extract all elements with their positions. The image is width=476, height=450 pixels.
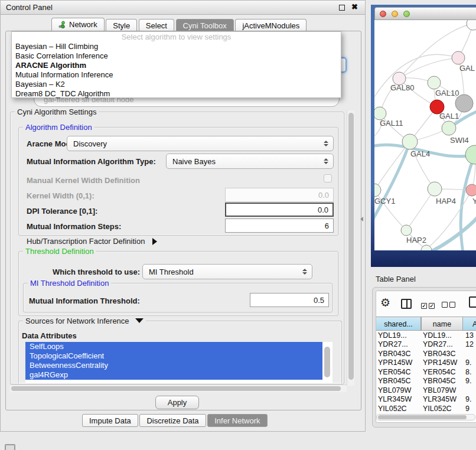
- table-panel-title: Table Panel: [376, 275, 416, 283]
- hub-definition-expander[interactable]: Hub/Transcription Factor Definition: [27, 237, 157, 246]
- table-row[interactable]: YPR145WYPR145W9.: [376, 358, 476, 368]
- control-panel-tabs: Network Style Select Cyni Toolbox jActiv…: [51, 18, 306, 32]
- table-row[interactable]: YBL079WYBL079W: [376, 386, 476, 396]
- table-cell: YDL19...: [423, 331, 463, 341]
- tab-network[interactable]: Network: [51, 18, 105, 31]
- node-swi4[interactable]: [465, 145, 476, 164]
- table-row[interactable]: YBR043CYBR043C: [376, 350, 476, 359]
- dropdown-item[interactable]: Basic Correlation Inference: [12, 51, 341, 61]
- table-row[interactable]: YBR045CYBR045C9.: [376, 377, 476, 386]
- float-window-icon[interactable]: [339, 5, 345, 11]
- dpi-tolerance-label: DPI Tolerance [0,1]:: [27, 207, 97, 216]
- splitter-collapse-icon[interactable]: [360, 217, 363, 221]
- which-threshold-combobox[interactable]: MI Threshold: [142, 264, 312, 279]
- tab-impute-data[interactable]: Impute Data: [82, 414, 138, 427]
- table-cell: YPR145W: [378, 358, 419, 368]
- dropdown-item[interactable]: Dream8 DC_TDC Algorithm: [12, 89, 341, 99]
- sources-group-title[interactable]: Sources for Network Inference: [23, 317, 146, 325]
- node-gal10[interactable]: [428, 76, 441, 89]
- list-item[interactable]: gal4RGexp: [25, 370, 322, 380]
- network-graph: GAL GAL80 GAL10 GAL1 GAL11 SWI4 GAL4 GCY…: [374, 20, 476, 250]
- gear-icon[interactable]: ⚙: [380, 296, 390, 309]
- zoom-traffic-light[interactable]: [403, 11, 410, 17]
- minimized-panel-icon[interactable]: [5, 444, 15, 450]
- node-gal4[interactable]: [402, 134, 418, 149]
- dropdown-item-highlighted[interactable]: ARACNE Algorithm: [12, 61, 341, 70]
- dropdown-item[interactable]: Bayesian – K2: [12, 80, 341, 89]
- data-attributes-list[interactable]: SelfLoops TopologicalCoefficient Between…: [25, 342, 332, 383]
- table-cell: YIL052C: [423, 405, 463, 414]
- table-cell: YBL079W: [378, 386, 419, 396]
- dpi-tolerance-field[interactable]: 0.0: [225, 203, 334, 217]
- mi-algorithm-type-label: Mutual Information Algorithm Type:: [27, 157, 156, 166]
- mi-threshold-value: 0.5: [314, 296, 324, 305]
- node-pink[interactable]: [466, 184, 476, 196]
- node-hap2[interactable]: [401, 225, 412, 236]
- node-gcy1[interactable]: [374, 184, 381, 197]
- table-cell: YBR045C: [378, 377, 419, 386]
- kernel-width-field[interactable]: 0.0: [225, 188, 334, 202]
- settings-vertical-scrollbar[interactable]: [347, 110, 354, 386]
- application-root: Control Panel ✖ Network Style Select Cyn…: [0, 0, 476, 450]
- network-window-titlebar[interactable]: [374, 7, 476, 20]
- tab-jactivemnodules[interactable]: jActiveMNodules: [235, 19, 307, 32]
- cyni-bottom-tabs: Impute Data Discretize Data Infer Networ…: [82, 414, 267, 427]
- manual-kernel-width-checkbox[interactable]: [324, 174, 332, 182]
- node-hap4[interactable]: [428, 182, 442, 196]
- dropdown-item[interactable]: Mutual Information Inference: [12, 70, 341, 80]
- table-row[interactable]: YER054CYER054C8.: [376, 368, 476, 377]
- column-header-shared[interactable]: shared...: [376, 317, 421, 331]
- column-header-partial[interactable]: A: [463, 317, 476, 331]
- scrollbar-thumb[interactable]: [378, 415, 467, 419]
- tab-select[interactable]: Select: [139, 19, 174, 32]
- minimize-traffic-light[interactable]: [392, 11, 398, 17]
- scrollbar-thumb[interactable]: [348, 113, 354, 380]
- tab-style[interactable]: Style: [106, 19, 137, 32]
- list-item[interactable]: TopologicalCoefficient: [25, 351, 322, 361]
- mi-steps-field[interactable]: 6: [225, 219, 334, 233]
- table-cell: YER054C: [378, 368, 419, 377]
- mi-steps-label: Mutual Information Steps:: [27, 222, 121, 231]
- table-row[interactable]: YIL052CYIL052C9: [376, 405, 476, 414]
- list-item[interactable]: SelfLoops: [25, 342, 322, 351]
- aracne-mode-combobox[interactable]: Discovery: [67, 136, 334, 151]
- scrollbar-thumb[interactable]: [11, 386, 341, 391]
- table-row[interactable]: YLR345WYLR345W9.: [376, 395, 476, 405]
- table-horizontal-scrollbar[interactable]: [376, 414, 475, 420]
- column-header-name[interactable]: name: [421, 317, 463, 331]
- tab-cyni-toolbox[interactable]: Cyni Toolbox: [176, 19, 234, 32]
- list-scrollbar-thumb[interactable]: [324, 347, 330, 377]
- which-threshold-value: MI Threshold: [143, 268, 300, 276]
- node[interactable]: [467, 20, 476, 30]
- manual-kernel-width-label: Manual Kernel Width Definition: [27, 176, 140, 185]
- close-traffic-light[interactable]: [380, 11, 386, 17]
- mi-threshold-group-title: MI Threshold Definition: [28, 279, 111, 288]
- apply-button[interactable]: Apply: [155, 396, 199, 409]
- unselect-all-columns-icon[interactable]: [442, 301, 457, 309]
- hub-definition-label: Hub/Transcription Factor Definition: [27, 237, 145, 246]
- list-item[interactable]: BetweennessCentrality: [25, 361, 322, 370]
- columns-icon[interactable]: [401, 299, 412, 309]
- network-icon: [58, 21, 66, 28]
- mi-algorithm-type-combobox[interactable]: Naive Bayes: [166, 154, 334, 169]
- node-gal-partial[interactable]: [452, 51, 465, 64]
- new-table-icon[interactable]: [469, 296, 476, 308]
- aracne-mode-value: Discovery: [67, 139, 321, 148]
- table-row[interactable]: YDR27...YDR27...12: [376, 340, 476, 350]
- dropdown-item[interactable]: Bayesian – Hill Climbing: [12, 42, 341, 51]
- node-gal11[interactable]: [374, 107, 386, 120]
- close-icon[interactable]: ✖: [351, 2, 358, 11]
- threshold-definition-title: Threshold Definition: [23, 247, 96, 256]
- tab-infer-network[interactable]: Infer Network: [207, 414, 267, 427]
- node-gal1[interactable]: [442, 121, 456, 135]
- select-all-columns-icon[interactable]: ✓✓: [421, 301, 436, 309]
- tab-discretize-data[interactable]: Discretize Data: [139, 414, 206, 427]
- node-label: GAL80: [390, 83, 414, 92]
- network-canvas[interactable]: GAL GAL80 GAL10 GAL1 GAL11 SWI4 GAL4 GCY…: [374, 20, 476, 250]
- dpi-tolerance-value: 0.0: [318, 206, 328, 214]
- settings-horizontal-scrollbar[interactable]: [10, 384, 347, 392]
- mi-threshold-field[interactable]: 0.5: [250, 293, 329, 307]
- table-row[interactable]: YDL19...YDL19...13: [376, 331, 476, 341]
- control-panel-titlebar[interactable]: Control Panel ✖: [1, 1, 365, 15]
- control-panel-title: Control Panel: [6, 3, 53, 12]
